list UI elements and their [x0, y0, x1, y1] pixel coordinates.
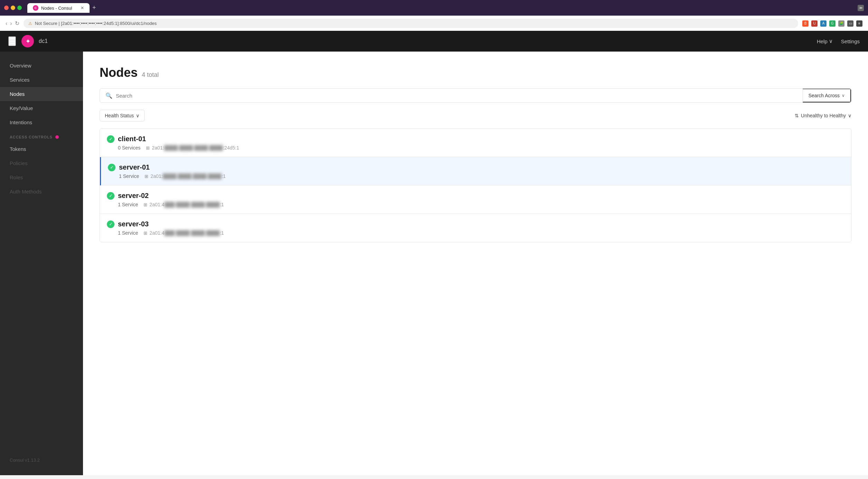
node-meta: 0 Services ⊞ 2a01:████ ████ ████ ████:24… — [107, 145, 844, 151]
node-services-count: 1 Service — [119, 173, 139, 179]
minimize-traffic-light[interactable] — [11, 6, 15, 10]
node-services-count: 1 Service — [118, 230, 138, 236]
health-check-icon: ✓ — [108, 164, 116, 171]
traffic-lights — [4, 6, 22, 10]
maximize-traffic-light[interactable] — [17, 6, 22, 10]
node-name: server-02 — [118, 192, 149, 200]
node-ip: 2a01:4███ ████ ████ ████:1 — [149, 230, 224, 236]
table-row[interactable]: ✓ server-03 1 Service ⊞ 2a01:4███ ████ █… — [100, 214, 851, 242]
ext-3: G — [829, 20, 835, 27]
health-check-icon: ✓ — [107, 220, 114, 228]
close-traffic-light[interactable] — [4, 6, 9, 10]
table-row[interactable]: ✓ client-01 0 Services ⊞ 2a01:████ ████ … — [100, 129, 851, 157]
sidebar-item-keyvalue[interactable]: Key/Value — [0, 101, 83, 115]
extension-icon-1: ≫ — [858, 5, 864, 11]
sidebar-item-services[interactable]: Services — [0, 73, 83, 87]
app-container: ☰ ✦ dc1 Help ∨ Settings Overview Service… — [0, 31, 868, 475]
ext-puzzle: 🧩 — [838, 20, 844, 27]
access-controls-section-label: ACCESS CONTROLS — [0, 129, 83, 142]
table-row[interactable]: ✓ server-01 1 Service ⊞ 2a01:████ ████ █… — [100, 157, 851, 186]
node-ip: 2a01:████ ████ ████ ████:24d5:1 — [152, 145, 239, 151]
node-meta: 1 Service ⊞ 2a01:4███ ████ ████ ████:1 — [107, 202, 844, 207]
header-right: Help ∨ Settings — [817, 38, 860, 44]
tab-close-button[interactable]: ✕ — [81, 6, 84, 10]
node-ip-icon: ⊞ — [145, 174, 148, 179]
ext-menu: ≡ — [856, 20, 862, 27]
back-button[interactable]: ‹ — [6, 20, 7, 27]
browser-tabs: C Nodes - Consul ✕ + — [27, 3, 855, 13]
node-ip: 2a01:████ ████ ████ ████:1 — [150, 173, 225, 179]
sidebar-item-policies: Policies — [0, 156, 83, 170]
node-list: ✓ client-01 0 Services ⊞ 2a01:████ ████ … — [100, 128, 851, 242]
ext-brave-icon: B — [802, 20, 809, 27]
hamburger-menu-button[interactable]: ☰ — [8, 36, 16, 46]
reload-button[interactable]: ↻ — [15, 20, 19, 27]
toolbar-extensions: B U A G 🧩 ▭ ≡ — [802, 20, 862, 27]
sidebar-item-auth-methods: Auth Methods — [0, 184, 83, 199]
search-across-button[interactable]: Search Across ∨ — [803, 89, 851, 102]
acl-badge-icon — [55, 135, 59, 139]
filter-left: Health Status ∨ — [100, 110, 145, 121]
sidebar-item-overview[interactable]: Overview — [0, 58, 83, 73]
node-services-count: 0 Services — [118, 145, 140, 151]
health-status-label: Health Status — [105, 113, 134, 118]
sidebar-item-roles: Roles — [0, 170, 83, 184]
node-ip-wrapper: ⊞ 2a01:████ ████ ████ ████:24d5:1 — [146, 145, 239, 151]
page-count: 4 total — [142, 71, 159, 79]
tab-favicon: C — [33, 5, 38, 11]
consul-logo-icon: ✦ — [21, 35, 34, 47]
node-ip-wrapper: ⊞ 2a01:████ ████ ████ ████:1 — [145, 173, 225, 179]
node-ip-icon: ⊞ — [146, 145, 150, 151]
search-input-wrapper[interactable]: 🔍 — [100, 89, 803, 102]
ext-2: A — [820, 20, 827, 27]
address-input-wrapper[interactable]: ⚠ Not Secure | [2a01:••••:••••:••••:••••… — [24, 19, 798, 28]
node-item-top: ✓ server-01 — [108, 163, 844, 171]
nav-buttons: ‹ › ↻ — [6, 20, 19, 27]
settings-link[interactable]: Settings — [841, 38, 860, 44]
sidebar-item-intentions[interactable]: Intentions — [0, 115, 83, 129]
health-status-filter-button[interactable]: Health Status ∨ — [100, 110, 145, 121]
page-title: Nodes — [100, 65, 138, 80]
search-input[interactable] — [116, 93, 797, 99]
app-header: ☰ ✦ dc1 Help ∨ Settings — [0, 31, 868, 52]
tab-title: Nodes - Consul — [41, 6, 72, 11]
node-ip-icon: ⊞ — [144, 231, 147, 236]
node-ip-wrapper: ⊞ 2a01:4███ ████ ████ ████:1 — [144, 230, 224, 236]
address-bar: ‹ › ↻ ⚠ Not Secure | [2a01:••••:••••:•••… — [0, 16, 868, 31]
node-item-top: ✓ server-03 — [107, 220, 844, 228]
node-item-top: ✓ client-01 — [107, 135, 844, 143]
sort-chevron-icon: ∨ — [848, 113, 851, 118]
ext-1: U — [811, 20, 818, 27]
search-icon: 🔍 — [105, 92, 112, 99]
node-meta: 1 Service ⊞ 2a01:████ ████ ████ ████:1 — [108, 173, 844, 179]
forward-button[interactable]: › — [10, 20, 12, 27]
help-link[interactable]: Help ∨ — [817, 38, 833, 44]
main-content: Nodes 4 total 🔍 Search Across ∨ Health — [83, 52, 868, 475]
node-name: client-01 — [118, 135, 146, 143]
node-ip-wrapper: ⊞ 2a01:4███ ████ ████ ████:1 — [144, 202, 224, 207]
consul-logo: ✦ dc1 — [21, 35, 48, 47]
new-tab-button[interactable]: + — [90, 3, 99, 13]
main-layout: Overview Services Nodes Key/Value Intent… — [0, 52, 868, 475]
node-services-count: 1 Service — [118, 202, 138, 207]
search-row: 🔍 Search Across ∨ — [100, 88, 851, 103]
node-name: server-03 — [118, 220, 149, 228]
sidebar-item-tokens[interactable]: Tokens — [0, 142, 83, 156]
sidebar: Overview Services Nodes Key/Value Intent… — [0, 52, 83, 475]
node-ip: 2a01:4███ ████ ████ ████:1 — [149, 202, 224, 207]
node-item-top: ✓ server-02 — [107, 192, 844, 200]
table-row[interactable]: ✓ server-02 1 Service ⊞ 2a01:4███ ████ █… — [100, 186, 851, 214]
browser-frame: C Nodes - Consul ✕ + ≫ ‹ › ↻ ⚠ Not Secur… — [0, 0, 868, 31]
sidebar-item-nodes[interactable]: Nodes — [0, 87, 83, 101]
sort-button[interactable]: ⇅ Unhealthy to Healthy ∨ — [795, 113, 851, 118]
node-name: server-01 — [119, 163, 150, 171]
ext-sidebar: ▭ — [847, 20, 853, 27]
browser-extensions: ≫ — [858, 5, 864, 11]
browser-titlebar: C Nodes - Consul ✕ + ≫ — [0, 0, 868, 16]
node-ip-icon: ⊞ — [144, 202, 147, 207]
node-meta: 1 Service ⊞ 2a01:4███ ████ ████ ████:1 — [107, 230, 844, 236]
search-across-label: Search Across — [809, 93, 840, 98]
sort-label: Unhealthy to Healthy — [801, 113, 846, 118]
active-tab[interactable]: C Nodes - Consul ✕ — [27, 3, 90, 13]
sidebar-version: Consul v1.13.2 — [0, 452, 83, 468]
